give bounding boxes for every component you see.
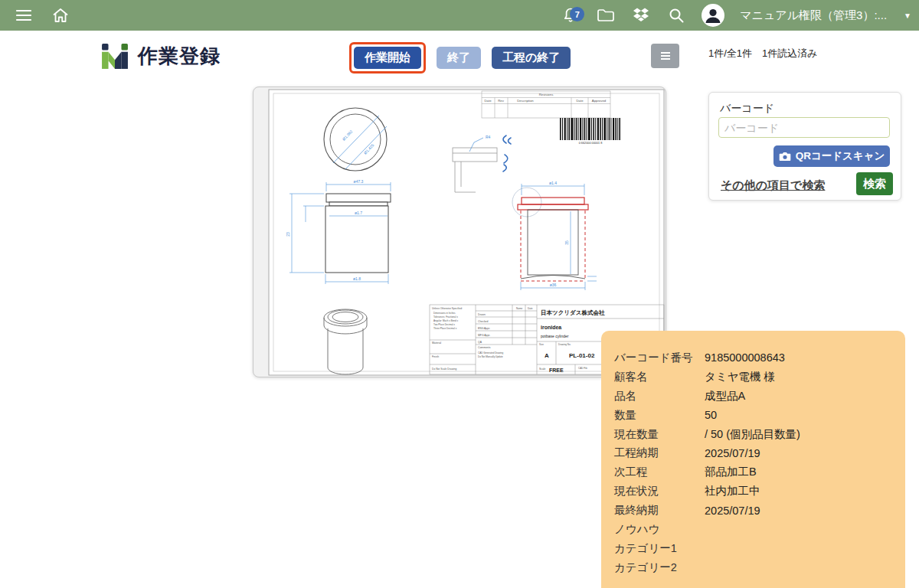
tb-cadnote2: Do Not Manually Update [478, 355, 503, 358]
drawing-barcode-digits: 0 662000 00001 8 [579, 142, 603, 145]
detail-row-knowhow: ノウハウ [614, 520, 905, 539]
tb-tol2: Dimensions in Inches [433, 312, 456, 315]
home-icon[interactable] [51, 5, 70, 25]
hamburger-menu-icon[interactable] [14, 5, 34, 25]
detail-row-product-name: 品名成型品A [614, 387, 905, 406]
record-count-status: 1件/全1件 1件読込済み [708, 47, 818, 60]
user-menu-caret-icon[interactable]: ▼ [902, 11, 911, 20]
user-avatar[interactable] [702, 4, 724, 27]
folder-icon[interactable] [596, 5, 616, 25]
tb-finish: Finish [432, 355, 439, 358]
search-icon[interactable] [666, 5, 686, 25]
tb-company: 日本ツクリダス株式会社 [541, 309, 605, 316]
notifications-bell-icon[interactable]: 7 [561, 5, 581, 25]
tb-product: ironidea [541, 325, 561, 330]
revision-col-desc: Description [517, 99, 534, 103]
other-search-link[interactable]: その他の項目で検索 [721, 178, 825, 193]
qr-scan-button[interactable]: QRコードスキャン [773, 145, 890, 167]
process-end-button[interactable]: 工程の終了 [492, 47, 571, 69]
tb-note: Do Not Scale Drawing [432, 368, 457, 371]
tb-description: potbase cylinder [541, 334, 569, 338]
detail-row-quantity: 数量50 [614, 406, 905, 425]
dim-red-top: ø1.4 [549, 181, 557, 185]
tb-tol1: Unless Otherwise Specified: [432, 307, 463, 310]
dim-radius: R4 [486, 135, 491, 139]
item-details-panel: バーコード番号9185000008643 顧客名タミヤ電機 様 品名成型品A 数… [601, 331, 905, 588]
start-work-button[interactable]: 作業開始 [354, 47, 421, 69]
app-logo: 作業登録 [100, 42, 221, 70]
detail-row-next-process: 次工程部品加工B [614, 462, 905, 482]
detail-row-category2: カテゴリー2 [614, 558, 905, 577]
user-role-label[interactable]: マニュアル権限（管理3）:... [740, 8, 887, 23]
barcode-input[interactable] [718, 117, 890, 138]
tb-dwg-label: Drawing No. [558, 343, 571, 346]
logo-mark-icon [100, 42, 130, 70]
detail-row-barcode-number: バーコード番号9185000008643 [614, 348, 905, 368]
revision-col-approved: Approved [592, 99, 607, 103]
tb-checked: Checked [478, 320, 488, 323]
start-button-highlight: 作業開始 [349, 42, 426, 74]
revision-col-date1: Date [484, 99, 492, 103]
dim-inner-width: ø1.7 [355, 211, 362, 215]
tb-eng: ENG Appr. [478, 327, 490, 330]
tb-drawn: Drawn [478, 313, 486, 316]
detail-row-process-due: 工程納期2025/07/19 [614, 443, 905, 462]
tb-tol5: Two Place Decimal ± [433, 323, 455, 326]
tb-scale-value: FREE [549, 368, 564, 373]
barcode-search-panel: バーコード QRコードスキャン その他の項目で検索 検索 [708, 92, 901, 201]
tb-comments: Comments [478, 346, 491, 349]
tb-tol6: Three Place Decimal ± [433, 327, 457, 330]
end-button[interactable]: 終了 [437, 47, 481, 69]
tb-name: Name [516, 307, 523, 310]
tb-mfg: MFG Appr. [478, 334, 490, 337]
detail-row-category1: カテゴリー1 [614, 539, 905, 558]
action-button-row: 作業開始 終了 工程の終了 [349, 42, 571, 74]
detail-row-final-due: 最終納期2025/07/19 [614, 501, 905, 520]
tb-cadnote1: CAD Generated Drawing [478, 351, 504, 354]
dropbox-icon[interactable] [631, 5, 651, 25]
work-registration-page: 7 マニュアル権限（管理3）:... ▼ [0, 0, 919, 588]
revision-col-date2: Date [576, 99, 584, 103]
camera-icon [779, 151, 791, 162]
notification-count-badge: 7 [570, 7, 584, 21]
detail-row-current-status: 現在状況社内加工中 [614, 482, 905, 501]
page-title: 作業登録 [138, 43, 221, 70]
detail-row-current-quantity: 現在数量/ 50 (個別品目数量) [614, 425, 905, 444]
list-menu-button[interactable] [651, 44, 679, 68]
revision-col-rev: Rev [498, 99, 504, 103]
tb-size-label: Size [539, 343, 544, 346]
qr-scan-label: QRコードスキャン [796, 149, 885, 163]
revision-title: Revisions [539, 93, 554, 96]
tb-date: Date [528, 307, 533, 310]
tb-cadfile-label: CAD File [578, 367, 587, 370]
dim-top-width: ø47.3 [354, 179, 364, 184]
tb-tol3: Tolerances: Fractional ± [433, 315, 458, 318]
dim-bottom-width: ø1.8 [353, 276, 361, 281]
barcode-label: バーコード [720, 102, 774, 116]
tb-drawing-no: PL-01-02 [569, 352, 595, 359]
detail-row-customer: 顧客名タミヤ電機 様 [614, 368, 905, 387]
dim-red-bottom: ø36 [550, 283, 557, 287]
tb-qa: QA [478, 341, 482, 344]
dim-height: 23 [286, 232, 290, 237]
tb-size-value: A [545, 352, 549, 359]
tb-scale-label: Scale [539, 368, 546, 371]
search-button[interactable]: 検索 [856, 172, 893, 195]
dim-red-height: 35 [564, 240, 569, 245]
tb-material: Material [432, 341, 441, 345]
list-icon [659, 51, 672, 61]
tb-tol4: Angular: Mach ± Bend ± [433, 319, 458, 322]
top-navigation-bar: 7 マニュアル権限（管理3）:... ▼ [0, 0, 919, 31]
